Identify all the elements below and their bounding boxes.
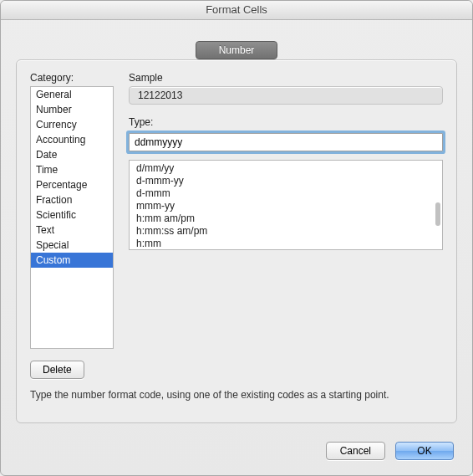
category-item[interactable]: Date — [31, 147, 113, 162]
format-code-item[interactable]: d-mmm-yy — [130, 175, 442, 187]
category-label: Category: — [30, 72, 114, 84]
hint-text: Type the number format code, using one o… — [30, 389, 443, 401]
category-item[interactable]: Time — [31, 162, 113, 177]
category-item[interactable]: Accounting — [31, 132, 113, 147]
category-item[interactable]: General — [31, 87, 113, 102]
format-code-item[interactable]: mmm-yy — [130, 200, 442, 212]
format-code-item[interactable]: h:mm:ss am/pm — [130, 225, 442, 238]
format-code-item[interactable]: d-mmm — [130, 187, 442, 200]
category-item[interactable]: Text — [31, 223, 113, 238]
type-label: Type: — [129, 116, 443, 128]
format-cells-dialog: Format Cells Number Category: GeneralNum… — [0, 0, 473, 476]
sample-value: 12122013 — [129, 86, 443, 105]
dialog-footer: Cancel OK — [326, 442, 454, 460]
category-list[interactable]: GeneralNumberCurrencyAccountingDateTimeP… — [30, 86, 114, 349]
category-item[interactable]: Custom — [31, 253, 113, 268]
type-input[interactable] — [129, 133, 443, 151]
dialog-title: Format Cells — [1, 1, 472, 20]
category-item[interactable]: Percentage — [31, 177, 113, 192]
ok-button[interactable]: OK — [395, 442, 454, 460]
delete-button[interactable]: Delete — [30, 361, 84, 379]
number-panel: Category: GeneralNumberCurrencyAccountin… — [16, 59, 457, 423]
cancel-button[interactable]: Cancel — [326, 442, 385, 460]
category-item[interactable]: Number — [31, 102, 113, 117]
category-item[interactable]: Fraction — [31, 192, 113, 207]
sample-label: Sample — [129, 72, 443, 84]
format-code-item[interactable]: h:mm — [130, 238, 442, 250]
format-code-item[interactable]: h:mm am/pm — [130, 212, 442, 225]
category-item[interactable]: Special — [31, 238, 113, 253]
format-code-item[interactable]: d/mm/yy — [130, 162, 442, 175]
format-code-list[interactable]: d/mm/yyd-mmm-yyd-mmmmmm-yyh:mm am/pmh:mm… — [129, 160, 443, 250]
category-item[interactable]: Currency — [31, 117, 113, 132]
category-item[interactable]: Scientific — [31, 207, 113, 223]
tab-number[interactable]: Number — [196, 41, 277, 59]
